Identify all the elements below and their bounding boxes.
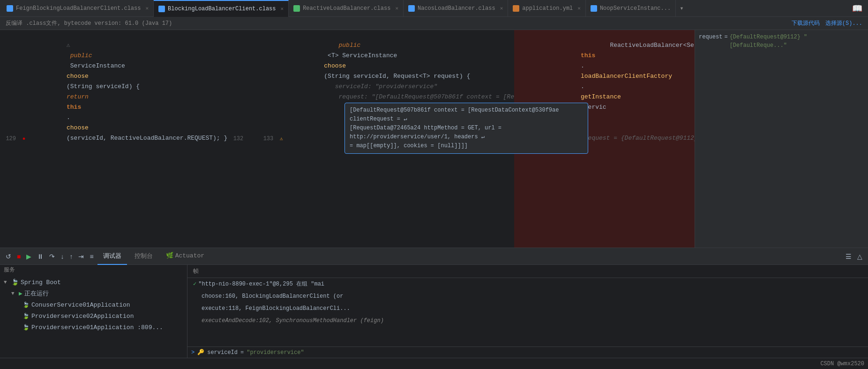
tree-label-provider01: Providerservice01Application :809...: [31, 324, 163, 331]
frame-text-2: execute:118, FeignBlockingLoadBalancerCl…: [202, 304, 350, 313]
tab-noop-label: NoopServiceInstanc...: [600, 5, 671, 12]
debug-expression-bar: > 🔑 serviceId = "providerservice": [187, 346, 868, 358]
step-over-button[interactable]: ↷: [47, 252, 57, 261]
tab-actuator[interactable]: 🌿 Actuator: [160, 248, 210, 265]
tab-feign[interactable]: FeignBlockingLoadBalancerClient.class ✕: [2, 0, 154, 17]
tab-blocking-close[interactable]: ✕: [281, 6, 284, 12]
tab-blocking-label: BlockingLoadBalancerClient.class: [168, 6, 276, 12]
rerun-button[interactable]: ↺: [4, 252, 13, 261]
stop-button[interactable]: ■: [15, 252, 22, 261]
reactive-icon: [293, 5, 300, 12]
pause-button[interactable]: ⏸: [35, 252, 45, 261]
expand-button[interactable]: △: [855, 252, 864, 261]
frame-check-0: ✓: [193, 279, 196, 289]
tooltip-line-2: [RequestData@72465a24 httpMethod = GET, …: [350, 124, 583, 142]
noop-icon: [591, 5, 597, 12]
line-number-133: 133: [257, 30, 277, 248]
frame-item-1[interactable]: choose:160, BlockingLoadBalancerClient (…: [187, 290, 868, 302]
code-line-129: 129 ● ⚠ public ServiceInstance choose (S…: [0, 30, 227, 248]
run-to-cursor-button[interactable]: ⇥: [76, 252, 86, 261]
evaluate-button[interactable]: ≡: [88, 252, 95, 261]
frames-label: 帧: [193, 267, 199, 275]
services-label: 服务: [0, 265, 187, 275]
bottom-left-sidebar: 服务 ▼ 🍃 Spring Boot ▼ ▶ 正在运行 🍃: [0, 265, 187, 358]
leaf-icon-conuser: 🍃: [22, 301, 30, 309]
bottom-panel: ↺ ■ ▶ ⏸ ↷ ↓ ↑ ⇥ ≡ 调试器 控制台 🌿 Actuator ☰ △…: [0, 248, 868, 358]
book-icon[interactable]: 📖: [848, 3, 866, 14]
tree-item-springboot[interactable]: ▼ 🍃 Spring Boot: [0, 277, 187, 288]
warn-icon-133: ⚠: [280, 134, 283, 144]
tree-arrow-running: ▼: [11, 291, 17, 296]
csdn-label: CSDN @wmx2520: [820, 361, 864, 367]
tab-yaml-close[interactable]: ✕: [577, 5, 581, 11]
status-bar: CSDN @wmx2520: [0, 358, 868, 369]
main-area: 129 ● ⚠ public ServiceInstance choose (S…: [0, 30, 868, 248]
tree-label-springboot: Spring Boot: [21, 279, 61, 286]
layout-button[interactable]: ☰: [844, 252, 853, 261]
tab-reactive-label: ReactiveLoadBalancer.class: [303, 5, 390, 12]
services-tree: ▼ 🍃 Spring Boot ▼ ▶ 正在运行 🍃 ConuserServic…: [0, 275, 187, 358]
tab-nacos[interactable]: NacosLoadBalancer.class ✕: [404, 0, 508, 17]
tab-reactive[interactable]: ReactiveLoadBalancer.class ✕: [289, 0, 404, 17]
line-gutter-132: [247, 30, 255, 248]
frame-text-0: "http-nio-8890-exec-1"@8,295 在组 "mai: [198, 279, 324, 289]
var-name-request: request: [699, 33, 722, 50]
tree-item-conuser[interactable]: 🍃 ConuserService01Application: [0, 299, 187, 310]
tree-item-provider01[interactable]: 🍃 Providerservice01Application :809...: [0, 322, 187, 333]
frame-item-3[interactable]: executeAndDecode:102, SynchronousMethodH…: [187, 315, 868, 327]
bottom-right: 帧 ✓ "http-nio-8890-exec-1"@8,295 在组 "mai…: [187, 265, 868, 358]
var-eq-request: =: [724, 33, 727, 50]
frames-header: 帧: [187, 265, 868, 278]
yaml-icon: [513, 5, 519, 12]
tab-noop[interactable]: NoopServiceInstanc...: [586, 0, 676, 17]
tab-nacos-label: NacosLoadBalancer.class: [418, 5, 495, 12]
tree-item-provider02[interactable]: 🍃 Providerservice02Application: [0, 310, 187, 322]
var-val-request: {DefaultRequest@9112} "[DefaultReque...": [730, 33, 864, 50]
tab-blocking[interactable]: BlockingLoadBalancerClient.class ✕: [154, 0, 289, 17]
run-icon: ▶: [19, 290, 22, 297]
decompile-info: 反编译 .class文件, bytecode version: 61.0 (Ja…: [6, 19, 172, 27]
step-into-button[interactable]: ↓: [59, 252, 66, 261]
line-number-132: 132: [227, 30, 247, 248]
code-line-132: 132: [227, 30, 257, 248]
variable-request: request = {DefaultRequest@9112} "[Defaul…: [695, 32, 868, 51]
tab-more-button[interactable]: ▾: [676, 4, 687, 12]
tab-debugger[interactable]: 调试器: [97, 248, 127, 265]
frame-text-3: executeAndDecode:102, SynchronousMethodH…: [202, 316, 384, 325]
tab-feign-close[interactable]: ✕: [145, 5, 149, 11]
breakpoint-129[interactable]: ●: [22, 134, 26, 144]
line-gutter-133: ⚠: [277, 30, 285, 248]
tree-label-running: 正在运行: [24, 289, 49, 298]
leaf-icon-provider02: 🍃: [22, 313, 30, 320]
tab-console[interactable]: 控制台: [129, 248, 158, 265]
code-editor[interactable]: 129 ● ⚠ public ServiceInstance choose (S…: [0, 30, 695, 248]
line-code-129: ⚠ public ServiceInstance choose (String …: [28, 30, 227, 248]
step-out-button[interactable]: ↑: [67, 252, 75, 261]
leaf-icon-provider01: 🍃: [22, 324, 30, 331]
expr-var: serviceId: [207, 349, 238, 356]
debug-tooltip: [DefaultRequest@507b861f context = [Requ…: [344, 103, 588, 154]
bottom-content: 服务 ▼ 🍃 Spring Boot ▼ ▶ 正在运行 🍃: [0, 265, 868, 358]
expr-prompt: >: [191, 349, 195, 356]
right-panel: request = {DefaultRequest@9112} "[Defaul…: [695, 30, 868, 248]
line-number-129: 129: [0, 30, 20, 248]
tab-yaml-label: application.yml: [522, 5, 573, 12]
tab-yaml[interactable]: application.yml ✕: [508, 0, 586, 17]
tree-item-running[interactable]: ▼ ▶ 正在运行: [0, 288, 187, 299]
choose-source-button[interactable]: 选择源(S)...: [825, 19, 862, 27]
tooltip-line-1: [DefaultRequest@507b861f context = [Requ…: [350, 106, 583, 124]
resume-button[interactable]: ▶: [24, 252, 33, 261]
tree-label-provider02: Providerservice02Application: [31, 313, 134, 320]
debug-icon: 🔑: [197, 349, 204, 356]
expr-eq: =: [240, 349, 244, 356]
info-bar: 反编译 .class文件, bytecode version: 61.0 (Ja…: [0, 17, 868, 30]
frame-item-0[interactable]: ✓ "http-nio-8890-exec-1"@8,295 在组 "mai: [187, 278, 868, 290]
feign-icon: [7, 5, 13, 12]
tab-nacos-close[interactable]: ✕: [500, 5, 503, 11]
tab-reactive-close[interactable]: ✕: [395, 5, 398, 11]
download-source-button[interactable]: 下载源代码: [792, 19, 820, 27]
status-right: CSDN @wmx2520: [820, 361, 864, 367]
frame-item-2[interactable]: execute:118, FeignBlockingLoadBalancerCl…: [187, 302, 868, 315]
expr-val: "providerservice": [247, 349, 304, 356]
nacos-icon: [408, 5, 415, 12]
